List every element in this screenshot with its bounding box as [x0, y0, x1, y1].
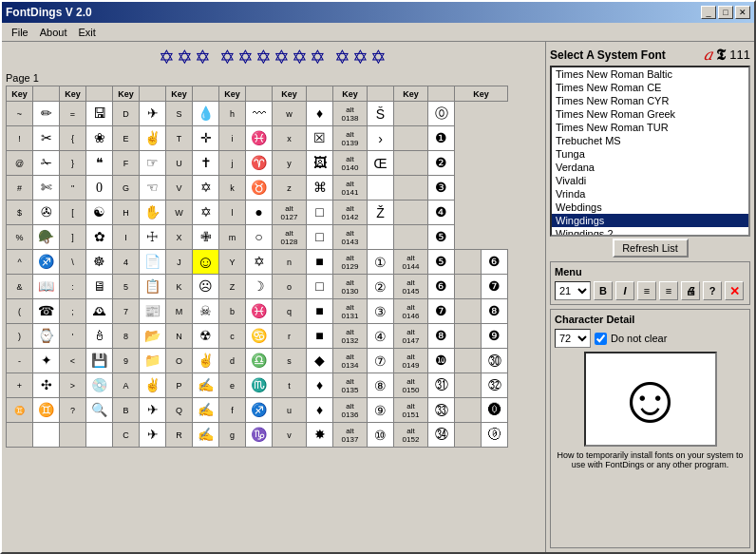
char-cell[interactable]: ✇ [33, 201, 60, 225]
font-item[interactable]: Vivaldi [552, 174, 748, 187]
char-cell[interactable]: ✛ [193, 126, 219, 151]
char-cell[interactable]: ❻ [482, 250, 508, 275]
char-cell[interactable]: 0 [86, 176, 113, 201]
char-cell[interactable]: ☯ [86, 201, 113, 225]
italic-button[interactable]: I [615, 281, 634, 300]
char-cell[interactable]: ♉ [246, 176, 273, 201]
char-cell[interactable]: ✿ [86, 225, 113, 250]
char-cell[interactable]: ♓ [246, 299, 273, 324]
char-cell[interactable]: ㉚ [482, 349, 508, 373]
char-cell[interactable]: ♋ [246, 324, 273, 349]
maximize-button[interactable]: □ [718, 6, 733, 19]
char-cell[interactable]: ☞ [140, 151, 166, 176]
font-item[interactable]: Times New Roman CE [552, 81, 748, 94]
char-cell[interactable] [368, 225, 394, 250]
font-item[interactable]: Vrinda [552, 187, 748, 201]
char-cell[interactable]: 📂 [140, 324, 166, 349]
char-cell[interactable]: ❹ [428, 201, 455, 225]
char-cell[interactable]: ④ [368, 324, 394, 349]
char-cell[interactable]: ⌚ [33, 324, 60, 349]
char-cell[interactable]: ⌘ [307, 176, 333, 201]
font-item[interactable]: Times New Roman Greek [552, 107, 748, 121]
char-cell[interactable]: ① [368, 250, 394, 275]
char-cell[interactable] [33, 423, 60, 448]
font-item-selected[interactable]: Wingdings [552, 214, 748, 227]
char-cell[interactable]: 🖥 [86, 275, 113, 299]
char-cell[interactable]: □ [307, 225, 333, 250]
char-cell[interactable]: ❽ [482, 299, 508, 324]
char-cell[interactable]: 🕯 [86, 324, 113, 349]
char-cell[interactable] [86, 423, 113, 448]
char-cell[interactable]: ♐ [33, 250, 60, 275]
char-cell[interactable]: ■ [307, 324, 333, 349]
char-cell[interactable]: ㉝ [428, 398, 455, 423]
char-cell[interactable]: ✙ [193, 225, 219, 250]
char-cell[interactable]: ⓪ [428, 102, 455, 126]
print-button[interactable]: 🖨 [681, 281, 700, 300]
char-cell[interactable]: ❶ [428, 126, 455, 151]
char-size-select[interactable]: 72 48 36 24 [555, 329, 591, 348]
char-cell[interactable]: ❿ [428, 349, 455, 373]
refresh-button[interactable]: Refresh List [613, 239, 689, 258]
char-cell[interactable]: ✌ [193, 349, 219, 373]
char-cell[interactable]: ✡ [193, 201, 219, 225]
char-cell[interactable]: 🔍 [86, 398, 113, 423]
char-cell[interactable]: ✈ [140, 398, 166, 423]
char-cell[interactable]: ♦ [307, 373, 333, 398]
char-cell[interactable]: ✁ [33, 151, 60, 176]
char-cell[interactable]: ㉛ [428, 373, 455, 398]
align-left-button[interactable]: ≡ [637, 281, 656, 300]
minimize-button[interactable]: _ [701, 6, 716, 19]
char-cell[interactable]: 💿 [86, 373, 113, 398]
char-cell[interactable]: □ [307, 201, 333, 225]
char-cell[interactable]: 💾 [86, 349, 113, 373]
char-cell[interactable]: ❸ [428, 176, 455, 201]
font-listbox[interactable]: Times New Roman Baltic Times New Roman C… [550, 66, 750, 237]
char-cell[interactable]: ♦ [307, 102, 333, 126]
char-cell[interactable]: ☠ [193, 299, 219, 324]
menu-file[interactable]: File [6, 25, 34, 40]
char-cell[interactable]: 〰 [246, 102, 273, 126]
char-cell[interactable]: ♎ [246, 349, 273, 373]
char-cell[interactable]: ✄ [33, 176, 60, 201]
char-cell[interactable]: ❾ [482, 324, 508, 349]
font-item[interactable]: Times New Roman Baltic [552, 67, 748, 81]
char-cell[interactable]: 🖫 [86, 102, 113, 126]
char-cell[interactable]: ☒ [307, 126, 333, 151]
char-cell[interactable]: › [368, 126, 394, 151]
char-cell[interactable]: ❼ [482, 275, 508, 299]
char-cell[interactable]: ✣ [33, 373, 60, 398]
char-cell[interactable]: ✦ [33, 349, 60, 373]
font-item[interactable]: Times New Roman TUR [552, 121, 748, 134]
menu-about[interactable]: About [34, 25, 73, 40]
char-cell[interactable]: 📖 [33, 275, 60, 299]
char-cell[interactable]: 🖼 [307, 151, 333, 176]
char-cell[interactable]: ❝ [86, 151, 113, 176]
char-cell[interactable]: ☽ [246, 275, 273, 299]
help-button[interactable]: ? [703, 281, 722, 300]
char-cell[interactable]: ♈ [246, 151, 273, 176]
char-cell[interactable]: ■ [307, 250, 333, 275]
char-cell[interactable]: ☩ [140, 225, 166, 250]
char-cell[interactable]: ☹ [193, 275, 219, 299]
char-cell[interactable]: ♏ [246, 373, 273, 398]
char-cell[interactable]: 🕰 [86, 299, 113, 324]
close-button[interactable]: ✕ [735, 6, 750, 19]
char-cell[interactable]: 🪖 [33, 225, 60, 250]
font-item[interactable]: Times New Roman CYR [552, 94, 748, 107]
char-cell[interactable]: 📰 [140, 299, 166, 324]
char-cell[interactable]: ❽ [428, 324, 455, 349]
char-cell[interactable]: 📁 [140, 349, 166, 373]
char-cell[interactable]: ✈ [140, 102, 166, 126]
char-cell[interactable]: ㉞ [428, 423, 455, 448]
char-cell[interactable]: ● [246, 201, 273, 225]
char-cell[interactable]: Š [368, 102, 394, 126]
char-cell[interactable]: ☎ [33, 299, 60, 324]
char-cell[interactable]: ✍ [193, 423, 219, 448]
char-cell[interactable]: □ [307, 275, 333, 299]
char-cell[interactable]: ✌ [140, 126, 166, 151]
char-cell[interactable]: ☜ [140, 176, 166, 201]
char-cell[interactable]: ☸ [86, 250, 113, 275]
char-cell[interactable]: ■ [307, 299, 333, 324]
char-cell[interactable]: ❺ [428, 225, 455, 250]
